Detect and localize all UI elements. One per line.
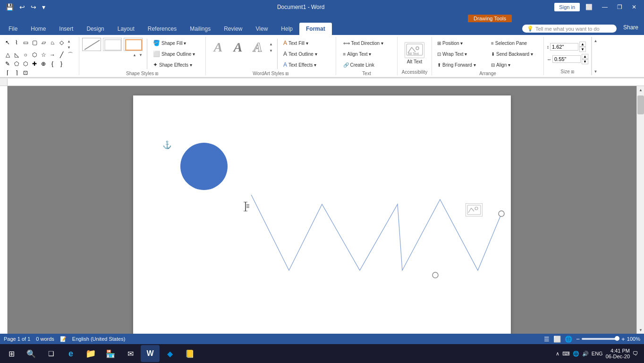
create-link-button[interactable]: 🔗 Create Link — [341, 60, 393, 70]
zoom-in-button[interactable]: + — [621, 336, 625, 343]
text-direction-button[interactable]: ⟺ Text Direction ▾ — [341, 38, 393, 48]
view-web-button[interactable]: 🌐 — [565, 336, 572, 343]
shape-bracket-l[interactable]: { — [48, 60, 57, 68]
height-down[interactable]: ▼ — [579, 47, 586, 52]
style-scroll-up[interactable]: ▲ — [132, 52, 137, 58]
shape-rounded-rect[interactable]: ▢ — [30, 38, 39, 47]
view-normal-button[interactable]: ☰ — [544, 336, 550, 343]
mail-button[interactable]: ✉ — [121, 345, 140, 362]
shape-hexagon[interactable]: ⬡ — [21, 60, 30, 68]
tab-format[interactable]: Format — [299, 23, 332, 35]
swatch-diagonal[interactable] — [82, 38, 101, 51]
wordart-gray[interactable]: A — [209, 38, 228, 57]
selection-pane-button[interactable]: ≡ Selection Pane — [489, 38, 541, 48]
view-layout-button[interactable]: ⬜ — [553, 336, 561, 343]
bring-forward-button[interactable]: ⬆ Bring Forward ▾ — [435, 60, 487, 70]
shape-fill-button[interactable]: 🪣 Shape Fill ▾ — [151, 38, 203, 48]
zoom-handle[interactable] — [615, 336, 619, 341]
share-button[interactable]: Share — [619, 22, 642, 33]
shape-diamond[interactable]: ◇ — [57, 38, 66, 47]
shape-triangle[interactable]: △ — [3, 51, 12, 59]
wrap-text-button[interactable]: ⊡ Wrap Text ▾ — [435, 49, 487, 59]
tab-layout[interactable]: Layout — [111, 23, 141, 35]
scroll-track[interactable] — [637, 94, 644, 326]
swatch-orange[interactable] — [124, 38, 143, 51]
shape-cross[interactable]: ✚ — [30, 60, 39, 68]
ribbon-scroll-up[interactable]: ▲ — [593, 38, 598, 43]
width-input[interactable] — [552, 55, 581, 63]
shape-oval[interactable]: ○ — [21, 51, 30, 59]
zoom-bar[interactable] — [582, 338, 619, 340]
shape-curve[interactable]: ⌒ — [66, 51, 75, 59]
shape-plus[interactable]: ⊕ — [39, 60, 48, 68]
scroll-thumb[interactable] — [637, 95, 644, 114]
wordart-scroll-down[interactable]: ▼ — [268, 48, 274, 53]
minimize-button[interactable]: — — [598, 3, 611, 11]
send-backward-button[interactable]: ⬇ Send Backward ▾ — [489, 49, 541, 59]
text-fill-button[interactable]: A Text Fill ▾ — [281, 38, 333, 48]
tab-references[interactable]: References — [141, 23, 183, 35]
wordart-scroll-up[interactable]: ▲ — [268, 41, 274, 47]
align-text-button[interactable]: ≡ Align Text ▾ — [341, 49, 393, 59]
sign-in-button[interactable]: Sign in — [554, 3, 580, 11]
ribbon-scroll-down[interactable]: ▼ — [593, 69, 598, 74]
tab-review[interactable]: Review — [217, 23, 249, 35]
style-scroll-down[interactable]: ▼ — [138, 52, 144, 58]
alt-text-panel-indicator[interactable] — [466, 203, 483, 216]
wordart-gradient[interactable]: A — [229, 38, 247, 57]
scroll-down-arrow[interactable]: ▼ — [637, 326, 644, 334]
shape-left-brace[interactable]: ⌈ — [3, 69, 12, 77]
search-button[interactable]: 🔍 — [22, 345, 41, 362]
shape-text-box[interactable]: ⊡ — [21, 69, 30, 77]
shape-line[interactable]: ╱ — [57, 51, 66, 59]
shape-parallelogram[interactable]: ▱ — [39, 38, 48, 47]
shape-freehand[interactable]: ✎ — [3, 60, 12, 68]
tab-insert[interactable]: Insert — [52, 23, 80, 35]
position-button[interactable]: ⊞ Position ▾ — [435, 38, 487, 48]
ribbon-display-button[interactable]: ⬜ — [582, 3, 596, 11]
shape-right-brace[interactable]: ⌉ — [12, 69, 21, 77]
alt-text-button[interactable]: Alt Text Alt Text — [400, 38, 429, 69]
size-expand[interactable]: ⊞ — [571, 69, 575, 74]
tab-mailings[interactable]: Mailings — [183, 23, 217, 35]
shape-outline-button[interactable]: ⬜ Shape Outline ▾ — [151, 49, 203, 59]
wordart-outline[interactable]: A — [248, 38, 267, 57]
azure-button[interactable]: ◆ — [161, 345, 179, 362]
store-button[interactable]: 🏪 — [101, 345, 120, 362]
tab-file[interactable]: File — [2, 23, 24, 35]
shape-pentagon[interactable]: ⬠ — [12, 60, 21, 68]
shapes-scroll-up[interactable]: ▲ — [66, 38, 72, 44]
shape-rect[interactable]: ▭ — [21, 38, 30, 47]
chevron-icon[interactable]: ∧ — [556, 351, 559, 357]
tab-home[interactable]: Home — [24, 23, 52, 35]
undo-button[interactable]: ↩ — [17, 2, 27, 12]
tab-view[interactable]: View — [249, 23, 275, 35]
shape-circle[interactable] — [180, 143, 228, 190]
start-button[interactable]: ⊞ — [2, 345, 21, 362]
tell-me-box[interactable]: 💡 Tell me what you want to do — [522, 25, 617, 33]
redo-button[interactable]: ↪ — [29, 2, 38, 12]
shape-bracket-r[interactable]: } — [57, 60, 66, 68]
task-view-button[interactable]: ❑ — [42, 345, 60, 362]
height-input[interactable] — [550, 43, 578, 51]
shapes-scroll-down[interactable]: ▼ — [66, 44, 72, 50]
shape-pointer[interactable]: ↖ — [3, 38, 12, 47]
shape-freeform[interactable]: ⌇ — [12, 38, 21, 47]
shape-callout[interactable]: ⬡ — [30, 51, 39, 59]
swatch-empty[interactable] — [103, 38, 122, 51]
shape-arrow[interactable]: → — [48, 51, 57, 59]
align-button[interactable]: ⊟ Align ▾ — [489, 60, 541, 70]
shape-right-triangle[interactable]: ◺ — [12, 51, 21, 59]
width-up[interactable]: ▲ — [582, 54, 588, 59]
shape-styles-expand[interactable]: ⊞ — [155, 71, 159, 76]
explorer-button[interactable]: 📁 — [81, 345, 100, 362]
sticky-notes-button[interactable]: 📒 — [180, 345, 199, 362]
save-button[interactable]: 💾 — [4, 2, 16, 12]
height-up[interactable]: ▲ — [579, 42, 586, 47]
qa-dropdown-button[interactable]: ▾ — [40, 2, 47, 12]
close-button[interactable]: ✕ — [628, 3, 640, 11]
tab-design[interactable]: Design — [80, 23, 110, 35]
edge-button[interactable]: e — [61, 345, 80, 362]
wordart-expand[interactable]: ⊞ — [285, 71, 289, 76]
scrollbar-vertical[interactable]: ▲ ▼ — [636, 86, 644, 334]
